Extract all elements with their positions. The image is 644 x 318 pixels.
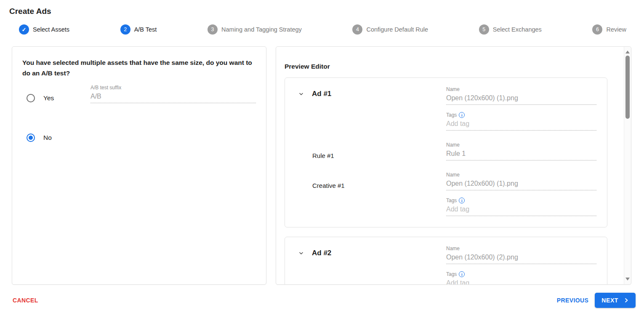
- name-field-value: Open (120x600) (1).png: [446, 94, 596, 102]
- tags-field-placeholder: Add tag: [446, 279, 596, 285]
- name-field-label: Name: [446, 172, 596, 178]
- no-radio[interactable]: [27, 134, 35, 142]
- name-field-label: Name: [446, 246, 596, 251]
- tags-field-label: Tags i: [446, 271, 596, 277]
- creative-title: Creative #1: [312, 175, 345, 189]
- footer-right-actions: PREVIOUS NEXT: [557, 293, 636, 308]
- no-radio-group[interactable]: No: [27, 124, 90, 142]
- info-icon[interactable]: i: [459, 271, 465, 277]
- info-icon[interactable]: i: [459, 112, 465, 118]
- ad-tags-field[interactable]: Tags i Add tag: [446, 112, 596, 131]
- yes-radio-group[interactable]: Yes: [27, 85, 90, 102]
- scrollbar-thumb[interactable]: [625, 56, 630, 119]
- preview-scrollbar[interactable]: [624, 47, 631, 284]
- name-field-label: Name: [446, 86, 596, 92]
- step-number-circle: 5: [479, 24, 489, 35]
- creative-row: Creative #1 Name Open (120x600) (1).png …: [298, 172, 596, 216]
- ab-test-question: You have selected multiple assets that h…: [22, 58, 255, 79]
- next-button-label: NEXT: [601, 297, 618, 304]
- tags-field-label: Tags i: [446, 112, 596, 118]
- no-option-row: No: [22, 124, 256, 142]
- step-ab-test[interactable]: 2 A/B Test: [120, 24, 157, 35]
- step-label: Select Exchanges: [493, 26, 542, 33]
- rule-name-field[interactable]: Name Rule 1: [446, 142, 596, 160]
- chevron-right-icon: [624, 298, 629, 303]
- step-select-exchanges[interactable]: 5 Select Exchanges: [479, 24, 542, 35]
- scroll-down-arrow-icon[interactable]: [625, 278, 630, 281]
- ad-title: Ad #1: [312, 90, 331, 98]
- chevron-down-icon: [298, 91, 304, 97]
- wizard-stepper: ✓ Select Assets 2 A/B Test 3 Naming and …: [19, 24, 626, 35]
- ad-header-row: Ad #1 Name Open (120x600) (1).png Tags i…: [298, 86, 596, 131]
- step-number-circle: 6: [592, 24, 602, 35]
- yes-radio-label: Yes: [43, 94, 54, 102]
- tags-field-placeholder: Add tag: [446, 120, 596, 128]
- step-label: Configure Default Rule: [366, 26, 428, 33]
- ad-name-field[interactable]: Name Open (120x600) (1).png: [446, 86, 596, 105]
- yes-option-row: Yes A/B test suffix A/B: [22, 85, 256, 103]
- previous-button[interactable]: PREVIOUS: [557, 297, 589, 304]
- main-content: You have selected multiple assets that h…: [12, 46, 631, 285]
- ab-test-suffix-label: A/B test suffix: [90, 85, 256, 91]
- ab-test-suffix-field[interactable]: A/B test suffix A/B: [90, 85, 256, 103]
- name-field-label: Name: [446, 142, 596, 148]
- creative-fields: Name Open (120x600) (1).png Tags i Add t…: [446, 172, 596, 216]
- info-icon[interactable]: i: [459, 198, 465, 203]
- tags-field-label: Tags i: [446, 198, 596, 203]
- step-select-assets[interactable]: ✓ Select Assets: [19, 24, 69, 35]
- ad-fields: Name Open (120x600) (2).png Tags i Add t…: [446, 246, 596, 285]
- step-label: A/B Test: [134, 26, 157, 33]
- footer-actions: CANCEL PREVIOUS NEXT: [13, 292, 636, 308]
- creative-name-field[interactable]: Name Open (120x600) (1).png: [446, 172, 596, 190]
- next-button[interactable]: NEXT: [595, 293, 636, 308]
- ad-tags-field[interactable]: Tags i Add tag: [446, 271, 596, 285]
- preview-editor-panel: Preview Editor Ad #1 Name Open (120x600)…: [276, 46, 631, 285]
- yes-radio[interactable]: [27, 94, 35, 102]
- scroll-up-arrow-icon[interactable]: [625, 51, 630, 53]
- ad-title-group: Ad #2: [298, 246, 446, 257]
- ad-header-row: Ad #2 Name Open (120x600) (2).png Tags i…: [298, 246, 596, 285]
- no-radio-label: No: [43, 134, 52, 142]
- ab-test-suffix-value: A/B: [90, 93, 256, 100]
- ad-card-2: Ad #2 Name Open (120x600) (2).png Tags i…: [285, 237, 607, 285]
- ad-title: Ad #2: [312, 249, 331, 257]
- name-field-value: Open (120x600) (1).png: [446, 180, 596, 187]
- step-label: Review: [606, 26, 626, 33]
- preview-editor-title: Preview Editor: [285, 63, 607, 70]
- rule-fields: Name Rule 1: [446, 142, 596, 160]
- step-label: Naming and Tagging Strategy: [221, 26, 302, 33]
- collapse-ad-button[interactable]: [298, 91, 305, 98]
- rule-title-group: Rule #1: [298, 142, 446, 159]
- step-number-circle: 4: [352, 24, 362, 35]
- page-title: Create Ads: [9, 7, 644, 16]
- cancel-button[interactable]: CANCEL: [13, 297, 38, 304]
- step-number-circle: 3: [208, 24, 218, 35]
- step-completed-circle: ✓: [19, 24, 29, 35]
- check-icon: ✓: [22, 27, 27, 33]
- step-label: Select Assets: [33, 26, 69, 33]
- rule-title: Rule #1: [312, 145, 334, 159]
- rule-row: Rule #1 Name Rule 1: [298, 142, 596, 160]
- ad-name-field[interactable]: Name Open (120x600) (2).png: [446, 246, 596, 264]
- creative-title-group: Creative #1: [298, 172, 446, 189]
- name-field-value: Rule 1: [446, 150, 596, 158]
- name-field-value: Open (120x600) (2).png: [446, 254, 596, 261]
- tags-label-text: Tags: [446, 271, 457, 277]
- chevron-down-icon: [298, 251, 304, 256]
- step-number-circle: 2: [120, 24, 130, 35]
- tags-field-placeholder: Add tag: [446, 206, 596, 213]
- ad-card-1: Ad #1 Name Open (120x600) (1).png Tags i…: [285, 77, 607, 227]
- ab-test-panel: You have selected multiple assets that h…: [12, 46, 266, 285]
- step-naming-tagging[interactable]: 3 Naming and Tagging Strategy: [208, 24, 302, 35]
- collapse-ad-button[interactable]: [298, 250, 305, 257]
- step-review[interactable]: 6 Review: [592, 24, 626, 35]
- ad-fields: Name Open (120x600) (1).png Tags i Add t…: [446, 86, 596, 131]
- step-configure-default-rule[interactable]: 4 Configure Default Rule: [352, 24, 428, 35]
- ad-title-group: Ad #1: [298, 86, 446, 98]
- tags-label-text: Tags: [446, 112, 457, 118]
- tags-label-text: Tags: [446, 198, 457, 203]
- creative-tags-field[interactable]: Tags i Add tag: [446, 198, 596, 216]
